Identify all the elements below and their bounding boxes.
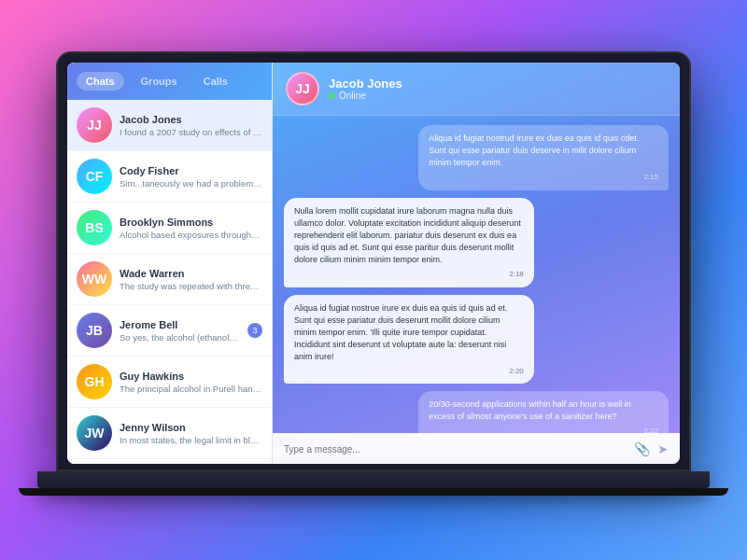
chat-input-area: 📎 ➤ bbox=[273, 433, 680, 464]
message-input[interactable] bbox=[284, 444, 627, 455]
chat-header-info: Jacob Jones Online bbox=[329, 77, 402, 101]
contact-item[interactable]: CF Cody Fisher Sim...taneously we had a … bbox=[67, 151, 272, 203]
contact-info: Guy Hawkins The principal alcohol in Pur… bbox=[120, 371, 262, 394]
laptop-wrapper: Chats Groups Calls JJ Jacob Jones I foun… bbox=[56, 51, 691, 509]
contact-preview: The principal alcohol in Purell hand sa.… bbox=[120, 384, 262, 394]
contact-item[interactable]: JB Jerome Bell So yes, the alcohol (etha… bbox=[67, 305, 272, 357]
avatar: GH bbox=[77, 364, 112, 399]
chat-area: JJ Jacob Jones Online Aliqua id fugiat n… bbox=[273, 63, 680, 464]
contact-name: Cody Fisher bbox=[120, 165, 262, 176]
chat-header: JJ Jacob Jones Online bbox=[273, 63, 680, 116]
tab-calls[interactable]: Calls bbox=[194, 72, 237, 91]
tab-groups[interactable]: Groups bbox=[132, 72, 187, 91]
laptop-screen-outer: Chats Groups Calls JJ Jacob Jones I foun… bbox=[56, 51, 691, 471]
contact-list: JJ Jacob Jones I found a 2007 study on e… bbox=[67, 100, 272, 464]
message-time: 2:15 bbox=[429, 172, 658, 183]
unread-badge: 3 bbox=[247, 323, 262, 338]
contact-info: Wade Warren The study was repeated with … bbox=[120, 268, 262, 291]
contact-name: Jenny Wilson bbox=[120, 422, 262, 433]
contact-preview: The study was repeated with three oth... bbox=[120, 281, 262, 291]
chat-status: Online bbox=[329, 91, 402, 101]
message-time: 2:18 bbox=[294, 269, 524, 280]
message-text: Aliqua id fugiat nostrud irure ex duis e… bbox=[429, 133, 639, 167]
message-text: Aliqua id fugiat nostrue irure ex duis e… bbox=[294, 303, 507, 361]
contact-name: Jacob Jones bbox=[120, 114, 262, 125]
contact-preview: Alcohol based exposures through inad... bbox=[120, 230, 262, 240]
sidebar: Chats Groups Calls JJ Jacob Jones I foun… bbox=[67, 63, 273, 464]
contact-name: Brooklyn Simmons bbox=[120, 217, 262, 228]
avatar: CF bbox=[77, 159, 112, 194]
avatar: BS bbox=[77, 210, 112, 245]
contact-item[interactable]: GH Guy Hawkins The principal alcohol in … bbox=[67, 357, 272, 408]
message-text: Nulla lorem mollit cupidatat irure labor… bbox=[294, 206, 521, 264]
laptop-screen: Chats Groups Calls JJ Jacob Jones I foun… bbox=[67, 63, 680, 464]
contact-info: Jerome Bell So yes, the alcohol (ethanol… bbox=[120, 319, 240, 343]
message-bubble-2: Nulla lorem mollit cupidatat irure labor… bbox=[284, 198, 534, 287]
status-dot bbox=[329, 92, 335, 99]
contact-item[interactable]: WW Wade Warren The study was repeated wi… bbox=[67, 254, 272, 305]
message-bubble-1: Aliqua id fugiat nostrud irure ex duis e… bbox=[418, 125, 669, 190]
contact-info: Jenny Wilson In most states, the legal l… bbox=[120, 422, 262, 445]
contact-item[interactable]: BS Brooklyn Simmons Alcohol based exposu… bbox=[67, 203, 272, 254]
message-bubble-4: 20/30-second applications within half an… bbox=[418, 391, 669, 433]
message-time: 2:20 bbox=[294, 366, 524, 377]
contact-preview: So yes, the alcohol (ethanol) in h... bbox=[120, 332, 240, 343]
avatar: JJ bbox=[77, 107, 112, 143]
contact-item[interactable]: EP Eleanor Pena Their blood alcohol leve… bbox=[67, 459, 272, 464]
contact-name: Guy Hawkins bbox=[120, 371, 262, 382]
contact-info: Brooklyn Simmons Alcohol based exposures… bbox=[120, 217, 262, 240]
contact-info: Cody Fisher Sim...taneously we had a pro… bbox=[120, 165, 262, 189]
contact-name: Wade Warren bbox=[120, 268, 262, 279]
contact-item[interactable]: JJ Jacob Jones I found a 2007 study on e… bbox=[67, 100, 272, 151]
contact-preview: In most states, the legal limit in blood… bbox=[120, 435, 262, 445]
avatar: JB bbox=[77, 313, 112, 348]
avatar: JW bbox=[77, 415, 112, 451]
message-text: 20/30-second applications within half an… bbox=[429, 399, 631, 421]
message-bubble-3: Aliqua id fugiat nostrue irure ex duis e… bbox=[284, 295, 534, 385]
sidebar-tabs: Chats Groups Calls bbox=[67, 63, 272, 100]
messages-list: Aliqua id fugiat nostrud irure ex duis e… bbox=[273, 116, 680, 433]
tab-chats[interactable]: Chats bbox=[77, 72, 124, 91]
chat-header-avatar: JJ bbox=[286, 72, 319, 105]
contact-preview: I found a 2007 study on effects of how..… bbox=[120, 127, 262, 137]
attach-icon[interactable]: 📎 bbox=[634, 441, 650, 456]
contact-item[interactable]: JW Jenny Wilson In most states, the lega… bbox=[67, 408, 272, 459]
send-icon[interactable]: ➤ bbox=[657, 441, 669, 456]
laptop-foot bbox=[19, 488, 728, 496]
message-time: 2:22 bbox=[429, 426, 658, 433]
laptop-base bbox=[37, 471, 710, 488]
chat-contact-name: Jacob Jones bbox=[329, 77, 402, 91]
contact-info: Jacob Jones I found a 2007 study on effe… bbox=[120, 114, 262, 137]
contact-preview: Sim...taneously we had a problem with... bbox=[120, 178, 262, 189]
avatar: WW bbox=[77, 261, 112, 297]
contact-name: Jerome Bell bbox=[120, 319, 240, 330]
chat-status-text: Online bbox=[339, 91, 366, 101]
